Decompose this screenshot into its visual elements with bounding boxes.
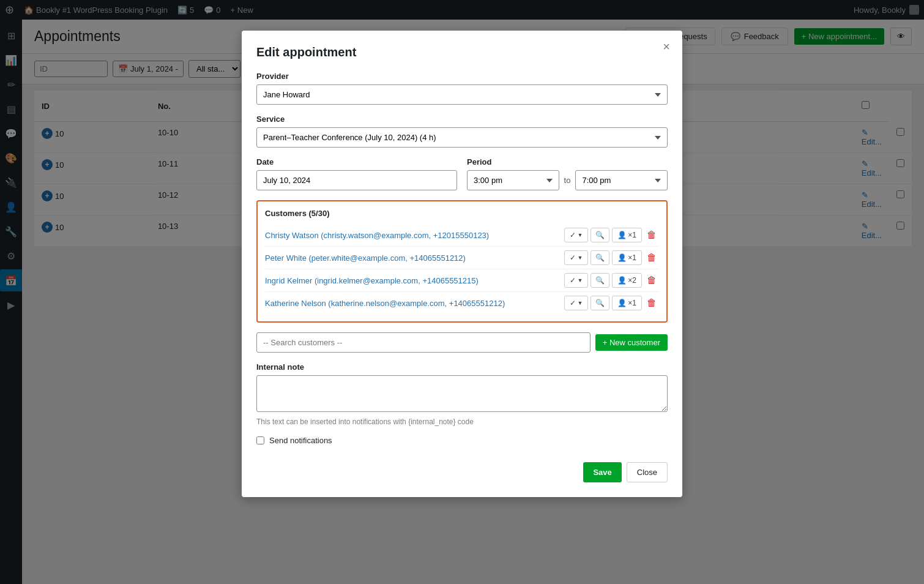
customer-actions: ✓ ▼ 🔍 👤 ×2 🗑 (564, 273, 659, 288)
person-icon: 👤 (617, 299, 627, 307)
quantity-button[interactable]: 👤 ×1 (612, 250, 642, 265)
modal-title: Edit appointment (256, 45, 668, 59)
customer-name[interactable]: Christy Watson (christy.watson@example.c… (265, 231, 559, 240)
search-customer-button[interactable]: 🔍 (591, 228, 609, 242)
customer-row: Ingrid Kelmer (ingrid.kelmer@example.com… (265, 269, 659, 292)
delete-customer-button[interactable]: 🗑 (644, 251, 659, 264)
quantity-label: ×1 (628, 299, 636, 307)
customer-row: Peter White (peter.white@example.com, +1… (265, 247, 659, 269)
send-notifications-row: Send notifications (256, 436, 668, 445)
quantity-label: ×1 (628, 253, 636, 262)
new-customer-button[interactable]: + New customer (595, 334, 668, 351)
search-icon: 🔍 (595, 231, 605, 239)
modal-close-button[interactable]: × (663, 40, 670, 53)
trash-icon: 🗑 (647, 298, 657, 308)
quantity-label: ×1 (628, 231, 636, 239)
status-dropdown-button[interactable]: ✓ ▼ (564, 273, 588, 288)
chevron-down-icon: ▼ (577, 232, 583, 238)
chevron-down-icon: ▼ (577, 277, 583, 283)
service-select[interactable]: Parent–Teacher Conference (July 10, 2024… (256, 127, 668, 148)
send-notifications-checkbox[interactable] (256, 436, 264, 444)
date-period-field: Date Period 3:00 pm to 7:00 pm (256, 157, 668, 190)
search-icon: 🔍 (595, 299, 605, 307)
customer-row: Katherine Nelson (katherine.nelson@examp… (265, 292, 659, 314)
checkmark-icon: ✓ (570, 253, 576, 262)
search-icon: 🔍 (595, 276, 605, 285)
trash-icon: 🗑 (647, 275, 657, 285)
chevron-down-icon: ▼ (577, 255, 583, 261)
period-field-wrap: Period 3:00 pm to 7:00 pm (467, 157, 668, 190)
edit-appointment-modal: × Edit appointment Provider Jane Howard … (242, 31, 682, 497)
period-row: 3:00 pm to 7:00 pm (467, 170, 668, 190)
modal-overlay: × Edit appointment Provider Jane Howard … (0, 0, 924, 584)
date-period-row: Date Period 3:00 pm to 7:00 pm (256, 157, 668, 190)
checkmark-icon: ✓ (570, 299, 576, 307)
delete-customer-button[interactable]: 🗑 (644, 228, 659, 242)
customers-section: Customers (5/30) Christy Watson (christy… (256, 200, 668, 323)
provider-select[interactable]: Jane Howard (256, 84, 668, 105)
delete-customer-button[interactable]: 🗑 (644, 274, 659, 287)
modal-footer: Save Close (256, 457, 668, 482)
search-customer-button[interactable]: 🔍 (591, 250, 609, 265)
service-field: Service Parent–Teacher Conference (July … (256, 114, 668, 148)
customer-actions: ✓ ▼ 🔍 👤 ×1 🗑 (564, 228, 659, 242)
to-label: to (564, 176, 571, 185)
search-customer-button[interactable]: 🔍 (591, 296, 609, 310)
send-notifications-label: Send notifications (269, 436, 332, 445)
person-icon: 👤 (617, 231, 627, 239)
status-dropdown-button[interactable]: ✓ ▼ (564, 296, 588, 310)
provider-label: Provider (256, 72, 668, 81)
close-button[interactable]: Close (627, 462, 668, 482)
checkmark-icon: ✓ (570, 231, 576, 239)
internal-note-field: Internal note This text can be inserted … (256, 362, 668, 426)
customer-name[interactable]: Peter White (peter.white@example.com, +1… (265, 253, 559, 263)
customer-name[interactable]: Katherine Nelson (katherine.nelson@examp… (265, 299, 559, 308)
trash-icon: 🗑 (647, 230, 657, 240)
date-input[interactable] (256, 170, 457, 190)
customer-actions: ✓ ▼ 🔍 👤 ×1 🗑 (564, 296, 659, 310)
search-customer-button[interactable]: 🔍 (591, 273, 609, 288)
search-customers-input[interactable] (256, 332, 591, 353)
status-dropdown-button[interactable]: ✓ ▼ (564, 250, 588, 265)
period-label: Period (467, 157, 668, 167)
provider-field: Provider Jane Howard (256, 72, 668, 105)
person-icon: 👤 (617, 253, 627, 262)
quantity-button[interactable]: 👤 ×2 (612, 273, 642, 288)
customer-row: Christy Watson (christy.watson@example.c… (265, 224, 659, 247)
search-customers-row: + New customer (256, 332, 668, 353)
period-from-select[interactable]: 3:00 pm (467, 170, 559, 190)
date-label: Date (256, 157, 457, 167)
internal-note-textarea[interactable] (256, 375, 668, 412)
service-label: Service (256, 114, 668, 124)
trash-icon: 🗑 (647, 252, 657, 263)
chevron-down-icon: ▼ (577, 300, 583, 306)
quantity-button[interactable]: 👤 ×1 (612, 228, 642, 242)
save-button[interactable]: Save (583, 462, 621, 482)
search-icon: 🔍 (595, 253, 605, 262)
internal-note-label: Internal note (256, 362, 668, 372)
customer-name[interactable]: Ingrid Kelmer (ingrid.kelmer@example.com… (265, 276, 559, 285)
customers-list: Christy Watson (christy.watson@example.c… (265, 224, 659, 314)
quantity-button[interactable]: 👤 ×1 (612, 296, 642, 310)
internal-note-hint: This text can be inserted into notificat… (256, 417, 668, 426)
period-to-select[interactable]: 7:00 pm (575, 170, 668, 190)
customers-title: Customers (5/30) (265, 209, 659, 218)
delete-customer-button[interactable]: 🗑 (644, 296, 659, 310)
status-dropdown-button[interactable]: ✓ ▼ (564, 228, 588, 242)
quantity-label: ×2 (628, 276, 636, 285)
person-icon: 👤 (617, 276, 627, 285)
customer-actions: ✓ ▼ 🔍 👤 ×1 🗑 (564, 250, 659, 265)
date-field: Date (256, 157, 457, 190)
checkmark-icon: ✓ (570, 276, 576, 285)
